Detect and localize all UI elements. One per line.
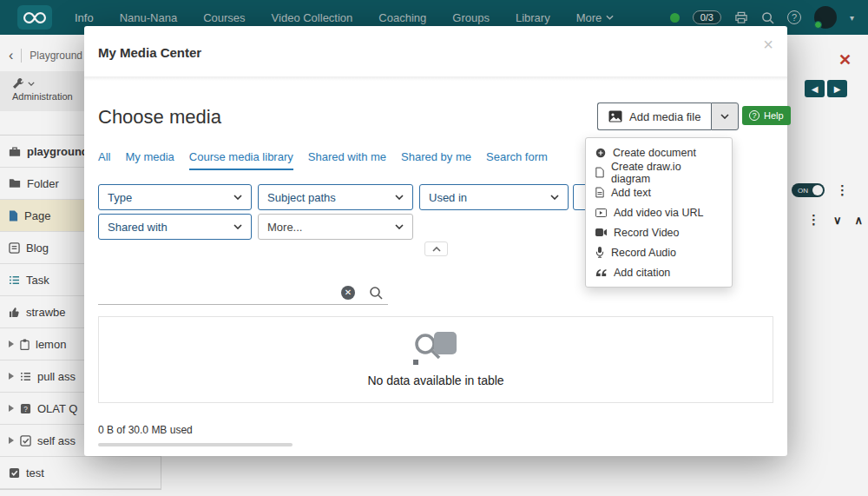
search-bar: ✕ <box>98 281 388 305</box>
photo-icon <box>608 110 622 122</box>
menu-item-label: Create draw.io diagram <box>611 161 722 185</box>
tab-search-form[interactable]: Search form <box>486 150 548 170</box>
chevron-down-icon <box>550 195 559 200</box>
menu-item-create-drawio-diagram[interactable]: Create draw.io diagram <box>586 162 732 182</box>
menu-item-label: Create document <box>613 147 696 159</box>
menu-item-add-text[interactable]: Add text <box>586 182 732 202</box>
menu-item-record-video[interactable]: Record Video <box>586 222 732 242</box>
help-label: Help <box>764 110 784 121</box>
search-submit-icon[interactable] <box>369 286 383 300</box>
add-media-dropdown-menu: Create document Create draw.io diagram A… <box>585 137 733 288</box>
chevron-down-icon <box>233 195 242 200</box>
modal-title: My Media Center <box>98 45 201 60</box>
media-tabs: All My media Course media library Shared… <box>98 150 548 170</box>
tab-course-media-library[interactable]: Course media library <box>189 150 293 170</box>
filter-label: More... <box>267 221 302 234</box>
filter-label: Subject paths <box>267 191 336 204</box>
chevron-down-icon <box>233 224 242 229</box>
modal-header-divider <box>84 76 787 81</box>
close-icon[interactable]: × <box>763 35 773 55</box>
filter-used-in[interactable]: Used in <box>419 184 569 210</box>
empty-table-panel: No data available in table <box>98 316 773 403</box>
page-title: Choose media <box>98 106 221 129</box>
filter-more[interactable]: More... <box>258 214 413 240</box>
search-icon <box>369 286 383 300</box>
empty-table-text: No data available in table <box>367 374 503 387</box>
media-center-modal: My Media Center × Choose media Add media… <box>84 26 787 456</box>
quota-text: 0 B of 30.0 MB used <box>98 424 193 436</box>
add-media-split-button: Add media file <box>597 103 739 130</box>
quota-progress-bar <box>98 443 293 446</box>
file-text-icon <box>595 187 604 198</box>
filter-type[interactable]: Type <box>98 184 252 210</box>
menu-item-add-citation[interactable]: Add citation <box>586 262 732 282</box>
filter-label: Shared with <box>108 221 168 234</box>
add-media-file-button[interactable]: Add media file <box>597 103 711 130</box>
search-input[interactable] <box>98 282 341 303</box>
menu-item-label: Record Audio <box>611 247 676 259</box>
video-frame-icon <box>595 208 607 217</box>
clear-search-icon[interactable]: ✕ <box>341 286 355 300</box>
filter-subject-paths[interactable]: Subject paths <box>258 184 413 210</box>
video-camera-icon <box>595 228 607 236</box>
filter-label: Used in <box>429 191 467 204</box>
add-media-label: Add media file <box>629 110 700 123</box>
tab-my-media[interactable]: My media <box>125 150 174 170</box>
quote-icon <box>595 268 607 277</box>
file-icon <box>595 167 604 178</box>
tab-shared-with-me[interactable]: Shared with me <box>308 150 386 170</box>
microphone-icon <box>595 247 604 258</box>
menu-item-add-video-via-url[interactable]: Add video via URL <box>586 202 732 222</box>
collapse-filters-button[interactable] <box>424 241 448 256</box>
question-icon: ? <box>749 110 760 121</box>
chevron-down-icon <box>720 114 729 119</box>
menu-item-label: Add citation <box>614 267 670 279</box>
menu-item-label: Add text <box>611 187 651 199</box>
chevron-down-icon <box>395 224 404 229</box>
menu-item-record-audio[interactable]: Record Audio <box>586 242 732 262</box>
plus-circle-icon <box>595 148 606 158</box>
empty-state-icon <box>413 332 458 368</box>
chevron-down-icon <box>395 195 404 200</box>
chevron-up-icon <box>432 247 441 252</box>
tab-shared-by-me[interactable]: Shared by me <box>401 150 471 170</box>
menu-item-label: Add video via URL <box>614 207 704 219</box>
menu-item-label: Record Video <box>614 227 680 239</box>
add-media-dropdown-toggle[interactable] <box>711 103 739 130</box>
tab-all[interactable]: All <box>98 150 110 170</box>
filter-shared-with[interactable]: Shared with <box>98 214 252 240</box>
help-button[interactable]: ? Help <box>742 106 791 125</box>
filter-label: Type <box>108 191 132 204</box>
